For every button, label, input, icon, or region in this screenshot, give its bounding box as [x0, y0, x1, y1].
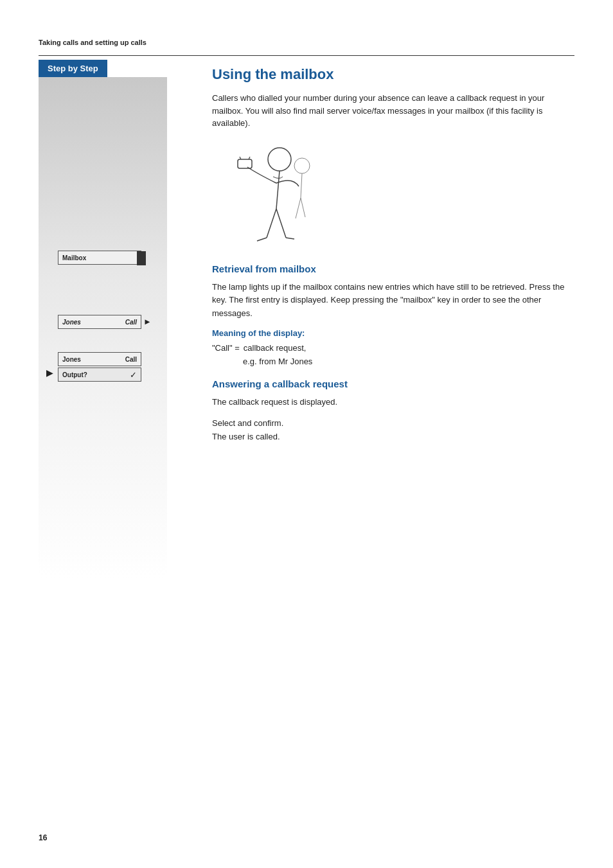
answering-text2: Select and confirm. The user is called. — [212, 417, 574, 444]
answering-title: Answering a callback request — [212, 378, 574, 389]
illustration — [218, 141, 321, 251]
svg-line-5 — [267, 209, 276, 238]
page-number: 16 — [39, 833, 47, 842]
step-by-step-banner: Step by Step — [39, 60, 107, 77]
arrow-to-display: ► — [143, 317, 152, 326]
jones-call-large-left: Jones — [62, 356, 81, 363]
jones-call-large-display: Jones Call — [58, 352, 141, 366]
sidebar-gradient: Mailbox ► Jones Call Jones Call ▶ — [39, 77, 167, 578]
meaning-call-label: "Call" = — [212, 342, 240, 355]
output-arrow: ▶ — [46, 368, 53, 378]
jones-call-small-left: Jones — [62, 319, 81, 326]
page-title: Using the mailbox — [212, 66, 574, 83]
mailbox-display: Mailbox — [58, 251, 141, 265]
meaning-text: "Call" = callback request, e.g. from Mr … — [212, 342, 574, 369]
mailbox-indicator — [137, 251, 146, 265]
output-label: Output? — [62, 371, 87, 378]
meaning-call-value: callback request, — [244, 342, 306, 355]
content-area: Using the mailbox Callers who dialled yo… — [193, 60, 574, 578]
sidebar: Step by Step Mailbox ► Jones Call Jones — [39, 60, 193, 578]
header-label: Taking calls and setting up calls — [39, 39, 574, 46]
meaning-title: Meaning of the display: — [212, 328, 574, 338]
svg-line-8 — [286, 238, 294, 239]
jones-call-small-display: Jones Call — [58, 315, 141, 329]
output-display: Output? ✓ — [58, 368, 141, 382]
jones-call-large-right: Call — [125, 356, 137, 363]
intro-paragraph: Callers who dialled your number during y… — [212, 92, 574, 130]
svg-line-6 — [276, 209, 286, 238]
retrieval-text: The lamp lights up if the mailbox contai… — [212, 281, 574, 321]
svg-line-10 — [301, 173, 302, 198]
svg-line-12 — [301, 198, 305, 217]
svg-point-9 — [294, 158, 310, 173]
answering-text1: The callback request is displayed. — [212, 396, 574, 409]
mailbox-label: Mailbox — [62, 254, 86, 261]
retrieval-title: Retrieval from mailbox — [212, 263, 574, 274]
svg-rect-2 — [238, 159, 252, 168]
person-illustration-svg — [218, 141, 321, 251]
meaning-call-example: e.g. from Mr Jones — [212, 355, 574, 369]
svg-point-0 — [268, 148, 291, 171]
header-divider — [39, 55, 574, 56]
main-layout: Step by Step Mailbox ► Jones Call Jones — [39, 60, 574, 578]
page-container: Taking calls and setting up calls Step b… — [0, 0, 613, 868]
svg-line-1 — [276, 171, 280, 209]
svg-line-7 — [257, 238, 267, 241]
checkmark-icon: ✓ — [130, 370, 137, 380]
svg-line-11 — [296, 198, 301, 218]
jones-call-small-right: Call — [125, 319, 137, 326]
